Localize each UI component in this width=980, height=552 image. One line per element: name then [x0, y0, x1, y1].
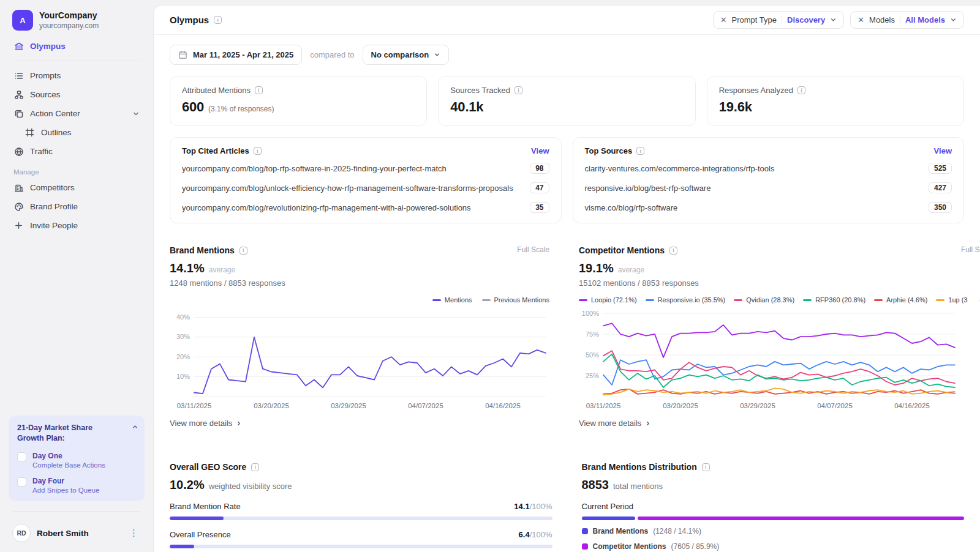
view-link[interactable]: View	[531, 146, 549, 155]
average-label: average	[618, 266, 644, 274]
lists-row: Top Cited Articles i View yourcompany.co…	[170, 137, 964, 223]
list-item[interactable]: clarity-ventures.com/ecommerce-integrati…	[585, 159, 952, 178]
legend-item-1up[interactable]: 1up (3	[936, 296, 967, 304]
list-item[interactable]: visme.co/blog/rfp-software 350	[585, 198, 952, 217]
list-item[interactable]: yourcompany.com/blog/top-rfp-software-in…	[182, 159, 549, 178]
clear-filter-icon[interactable]: ✕	[858, 16, 864, 24]
chevron-down-icon	[830, 17, 837, 23]
chevron-right-icon	[645, 420, 651, 427]
legend-item-responsive[interactable]: Responsive.io (35.5%)	[646, 296, 726, 304]
info-icon[interactable]: i	[797, 86, 805, 94]
page-title: Olympus	[170, 15, 209, 25]
date-toolbar: Mar 11, 2025 - Apr 21, 2025 compared to …	[170, 45, 964, 65]
clear-filter-icon[interactable]: ✕	[720, 16, 727, 24]
chevron-right-icon	[236, 420, 242, 427]
svg-text:50%: 50%	[586, 351, 599, 359]
building-icon	[13, 182, 24, 193]
legend-item-loopio[interactable]: Loopio (72.1%)	[579, 296, 637, 304]
info-icon[interactable]: i	[251, 463, 259, 471]
full-scale-toggle[interactable]: Full Scale	[517, 245, 549, 254]
chevron-down-icon[interactable]	[132, 110, 140, 117]
hierarchy-icon	[13, 89, 24, 100]
stat-value: 40.1k	[450, 99, 483, 115]
legend-item-qvidian[interactable]: Qvidian (28.3%)	[734, 296, 794, 304]
growth-plan-item: Day Four Add Snipes to Queue	[17, 477, 136, 494]
company-logo: A	[12, 10, 33, 31]
legend-label: Brand Mentions	[593, 527, 649, 535]
section-title: Brand Mentions	[170, 245, 235, 255]
list-item[interactable]: yourcompany.com/blog/unlock-efficiency-h…	[182, 178, 549, 198]
sidebar-item-traffic[interactable]: Traffic	[9, 143, 145, 160]
user-menu-dots-icon[interactable]: ⋮	[127, 528, 141, 539]
sidebar-item-sources[interactable]: Sources	[9, 86, 145, 103]
legend-item-rfp360[interactable]: RFP360 (20.8%)	[803, 296, 865, 304]
sidebar-item-prompts[interactable]: Prompts	[9, 67, 145, 84]
date-range-value: Mar 11, 2025 - Apr 21, 2025	[193, 50, 293, 59]
info-icon[interactable]: i	[214, 16, 222, 24]
info-icon[interactable]: i	[239, 247, 247, 255]
pill-divider	[900, 16, 900, 24]
legend-prev-icon[interactable]	[978, 297, 980, 304]
list-item[interactable]: responsive.io/blog/best-rfp-software 427	[585, 178, 952, 198]
full-scale-toggle[interactable]: Full Scale	[961, 245, 980, 254]
growth-item-title: Day One	[32, 452, 105, 460]
sidebar-item-label: Prompts	[30, 71, 61, 80]
info-icon[interactable]: i	[514, 86, 522, 94]
stat-suffix: (3.1% of responses)	[208, 105, 274, 113]
info-icon[interactable]: i	[636, 147, 644, 155]
legend-swatch	[646, 299, 654, 301]
day-one-checkbox[interactable]	[17, 452, 26, 461]
svg-text:100%: 100%	[582, 310, 599, 317]
source-url: responsive.io/blog/best-rfp-software	[585, 184, 711, 193]
legend-item-mentions[interactable]: Mentions	[432, 296, 472, 304]
competitor-mentions-segment	[638, 517, 964, 520]
brand-mentions-segment	[582, 517, 635, 520]
legend-item-arphie[interactable]: Arphie (4.6%)	[874, 296, 927, 304]
calendar-icon	[178, 50, 187, 59]
sidebar-item-olympus[interactable]: Olympus	[9, 37, 145, 55]
article-url: yourcompany.com/blog/revolutionizing-rfp…	[182, 203, 471, 212]
legend-label: Loopio (72.1%)	[591, 296, 637, 304]
legend-label: RFP360 (20.8%)	[815, 296, 865, 304]
view-more-details-link[interactable]: View more details	[579, 419, 980, 428]
sidebar-item-invite-people[interactable]: Invite People	[9, 217, 145, 234]
competitor-mentions-chart[interactable]: 25%50%75%100%03/11/202503/20/202503/29/2…	[579, 307, 959, 412]
sidebar-item-outlines[interactable]: Outlines	[9, 124, 145, 141]
total-mentions-value: 8853	[582, 478, 609, 492]
comparison-value: No comparison	[371, 50, 429, 59]
view-more-label: View more details	[579, 419, 641, 428]
view-link[interactable]: View	[934, 146, 952, 155]
legend-swatch	[803, 299, 812, 301]
sidebar-item-brand-profile[interactable]: Brand Profile	[9, 198, 145, 215]
metric-value: 6.4	[519, 530, 530, 539]
sidebar-item-label: Olympus	[30, 42, 66, 51]
mentions-summary: 1248 mentions / 8853 responses	[170, 278, 549, 288]
view-more-details-link[interactable]: View more details	[170, 419, 549, 428]
svg-text:03/29/2025: 03/29/2025	[740, 402, 775, 409]
info-icon[interactable]: i	[255, 86, 263, 94]
day-four-checkbox[interactable]	[17, 477, 26, 487]
models-filter[interactable]: ✕ Models All Models	[850, 11, 964, 29]
svg-text:30%: 30%	[176, 333, 190, 340]
sidebar-item-competitors[interactable]: Competitors	[9, 179, 145, 196]
growth-item-title: Day Four	[32, 477, 99, 485]
comparison-dropdown[interactable]: No comparison	[363, 45, 450, 65]
mentions-summary: 15102 mentions / 8853 responses	[579, 278, 980, 288]
info-icon[interactable]: i	[702, 463, 710, 471]
globe-icon	[13, 146, 24, 157]
sidebar: A YourCompany yourcompany.com Olympus Pr…	[0, 0, 153, 552]
info-icon[interactable]: i	[254, 147, 262, 155]
svg-text:25%: 25%	[586, 372, 599, 379]
date-range-picker[interactable]: Mar 11, 2025 - Apr 21, 2025	[170, 45, 302, 65]
legend-item-previous-mentions[interactable]: Previous Mentions	[482, 296, 550, 304]
prompt-type-filter[interactable]: ✕ Prompt Type Discovery	[713, 11, 845, 29]
sidebar-item-action-center[interactable]: Action Center	[9, 105, 145, 122]
info-icon[interactable]: i	[669, 247, 677, 255]
brand-mentions-chart[interactable]: 10%20%30%40%03/11/202503/20/202503/29/20…	[170, 307, 549, 412]
legend-label: Responsive.io (35.5%)	[658, 296, 726, 304]
chevron-up-icon[interactable]	[132, 423, 138, 432]
list-item[interactable]: yourcompany.com/blog/revolutionizing-rfp…	[182, 198, 549, 217]
brand-legend: Mentions Previous Mentions	[170, 295, 549, 305]
average-value: 14.1%	[170, 261, 205, 275]
section-title: Brand Mentions Distribution	[582, 462, 697, 472]
